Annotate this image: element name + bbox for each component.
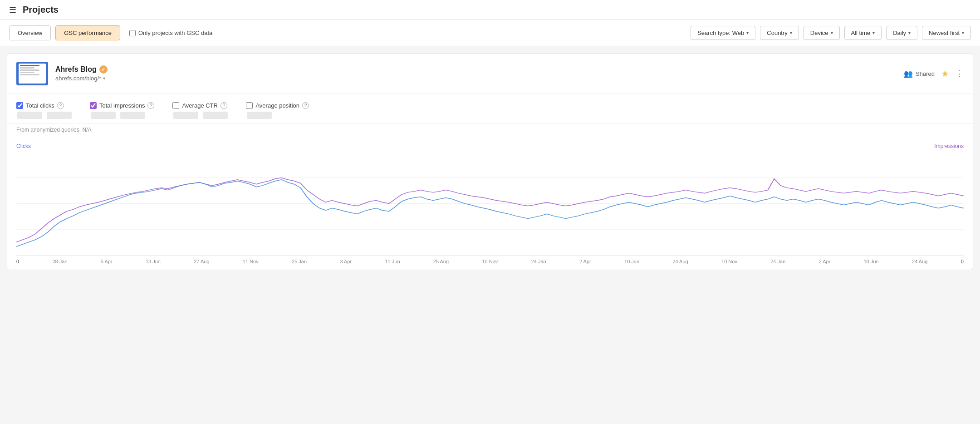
total-clicks-checkbox[interactable] bbox=[16, 102, 23, 109]
x-label-2apr2: 2 Apr bbox=[819, 259, 831, 264]
total-clicks-metric: Total clicks ? bbox=[16, 102, 72, 119]
chevron-down-icon: ▾ bbox=[831, 30, 833, 35]
chevron-down-icon: ▾ bbox=[962, 30, 964, 35]
x-label-5apr: 5 Apr bbox=[101, 259, 113, 264]
device-filter[interactable]: Device ▾ bbox=[804, 26, 840, 40]
x-label-25aug: 25 Aug bbox=[433, 259, 449, 264]
total-impressions-values bbox=[90, 112, 154, 119]
x-label-24jan: 24 Jan bbox=[531, 259, 546, 264]
chevron-down-icon: ▾ bbox=[872, 30, 875, 35]
project-actions: 👥 Shared ★ ⋮ bbox=[904, 68, 964, 79]
people-icon: 👥 bbox=[904, 69, 913, 78]
daily-filter[interactable]: Daily ▾ bbox=[886, 26, 917, 40]
top-bar: Overview GSC performance Only projects w… bbox=[0, 20, 980, 46]
tab-overview[interactable]: Overview bbox=[9, 25, 51, 40]
project-name: Ahrefs Blog ✓ bbox=[55, 65, 904, 74]
x-label-zero-left: 0 bbox=[16, 259, 19, 264]
chart-container bbox=[16, 152, 964, 256]
x-label-3apr: 3 Apr bbox=[340, 259, 352, 264]
chart-svg bbox=[16, 152, 964, 256]
total-impressions-help-icon[interactable]: ? bbox=[147, 102, 154, 109]
project-thumbnail bbox=[16, 62, 48, 85]
gsc-data-label: Only projects with GSC data bbox=[138, 30, 212, 36]
x-label-2apr: 2 Apr bbox=[579, 259, 591, 264]
avg-ctr-values bbox=[172, 112, 228, 119]
project-card: Ahrefs Blog ✓ ahrefs.com/blog/* ▾ 👥 Shar… bbox=[7, 53, 973, 270]
impressions-legend-label: Impressions bbox=[934, 143, 964, 149]
verified-icon: ✓ bbox=[99, 65, 108, 74]
total-clicks-help-icon[interactable]: ? bbox=[57, 102, 64, 109]
avg-position-metric: Average position ? bbox=[246, 102, 309, 119]
country-filter[interactable]: Country ▾ bbox=[760, 26, 799, 40]
app-header: ☰ Projects bbox=[0, 0, 980, 20]
chevron-down-icon: ▾ bbox=[908, 30, 911, 35]
clicks-legend-label: Clicks bbox=[16, 143, 31, 149]
x-label-25jan: 25 Jan bbox=[292, 259, 307, 264]
chart-area: Clicks Impressions 0 bbox=[7, 138, 973, 270]
tab-gsc-performance[interactable]: GSC performance bbox=[55, 25, 120, 40]
avg-position-help-icon[interactable]: ? bbox=[302, 102, 309, 109]
chart-x-axis: 0 28 Jan 5 Apr 13 Jun 27 Aug 11 Nov 25 J… bbox=[16, 256, 964, 270]
project-url[interactable]: ahrefs.com/blog/* ▾ bbox=[55, 75, 904, 82]
newest-first-filter[interactable]: Newest first ▾ bbox=[922, 26, 971, 40]
x-label-10nov2: 10 Nov bbox=[721, 259, 737, 264]
star-icon[interactable]: ★ bbox=[941, 68, 949, 79]
all-time-filter[interactable]: All time ▾ bbox=[844, 26, 882, 40]
metrics-bar: Total clicks ? Total impressions ? bbox=[7, 94, 973, 124]
chevron-down-icon: ▾ bbox=[103, 76, 105, 81]
avg-position-values bbox=[246, 112, 309, 119]
chevron-down-icon: ▾ bbox=[790, 30, 792, 35]
x-label-11jun: 11 Jun bbox=[385, 259, 400, 264]
x-label-11nov: 11 Nov bbox=[243, 259, 259, 264]
avg-position-checkbox[interactable] bbox=[246, 102, 253, 109]
total-clicks-values bbox=[16, 112, 72, 119]
x-label-13jun: 13 Jun bbox=[146, 259, 161, 264]
x-label-10jun2: 10 Jun bbox=[864, 259, 879, 264]
gsc-data-checkbox[interactable] bbox=[129, 30, 136, 36]
more-options-icon[interactable]: ⋮ bbox=[956, 69, 964, 79]
app-title: Projects bbox=[23, 5, 59, 15]
x-label-10nov: 10 Nov bbox=[482, 259, 498, 264]
total-impressions-metric: Total impressions ? bbox=[90, 102, 154, 119]
chart-legend: Clicks Impressions bbox=[16, 143, 964, 149]
avg-ctr-help-icon[interactable]: ? bbox=[220, 102, 227, 109]
search-type-filter[interactable]: Search type: Web ▾ bbox=[691, 26, 755, 40]
avg-ctr-checkbox[interactable] bbox=[172, 102, 179, 109]
total-impressions-checkbox[interactable] bbox=[90, 102, 97, 109]
x-label-10jun: 10 Jun bbox=[624, 259, 639, 264]
anonymized-note: From anonymized queries: N/A bbox=[7, 124, 973, 138]
project-info: Ahrefs Blog ✓ ahrefs.com/blog/* ▾ bbox=[55, 65, 904, 82]
x-label-24jan2: 24 Jan bbox=[770, 259, 785, 264]
x-label-24aug2: 24 Aug bbox=[912, 259, 927, 264]
x-label-28jan: 28 Jan bbox=[52, 259, 67, 264]
chevron-down-icon: ▾ bbox=[746, 30, 749, 35]
shared-label: 👥 Shared bbox=[904, 69, 935, 78]
hamburger-icon[interactable]: ☰ bbox=[9, 5, 16, 15]
avg-ctr-metric: Average CTR ? bbox=[172, 102, 228, 119]
project-header: Ahrefs Blog ✓ ahrefs.com/blog/* ▾ 👥 Shar… bbox=[7, 54, 973, 94]
x-label-zero-right: 0 bbox=[961, 259, 964, 264]
x-label-27aug: 27 Aug bbox=[194, 259, 209, 264]
x-label-24aug: 24 Aug bbox=[672, 259, 688, 264]
gsc-data-filter[interactable]: Only projects with GSC data bbox=[129, 30, 212, 36]
main-content: Ahrefs Blog ✓ ahrefs.com/blog/* ▾ 👥 Shar… bbox=[0, 53, 980, 270]
